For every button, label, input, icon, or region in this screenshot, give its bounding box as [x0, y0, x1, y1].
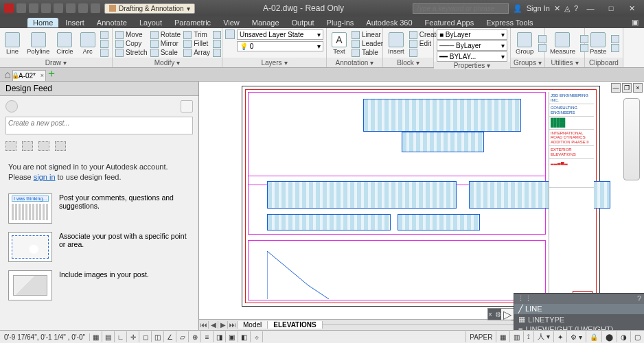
- cmdbar-close-icon[interactable]: ×: [488, 311, 492, 318]
- cmd-item-selected[interactable]: ╱ LINE: [514, 304, 644, 314]
- signin-icon[interactable]: 👤: [513, 4, 522, 13]
- tab-home-icon[interactable]: ⌂: [3, 69, 12, 81]
- maximize-button[interactable]: □: [603, 4, 619, 12]
- close-button[interactable]: ✕: [623, 4, 640, 13]
- text-button[interactable]: AText: [330, 32, 349, 55]
- trim-button[interactable]: Trim: [183, 31, 210, 39]
- drawing-viewport[interactable]: — ❐ × JSD ENGINEERING INC. CONSULTING EN…: [199, 82, 644, 330]
- lineweight-dropdown[interactable]: ━━ BYLAY...▾: [437, 51, 507, 62]
- workspace-dropdown[interactable]: Drafting & Annotation ▾: [104, 3, 195, 14]
- layer-current-dropdown[interactable]: 💡 0▾: [237, 41, 323, 51]
- tab-manage[interactable]: Manage: [246, 18, 285, 27]
- tab-featured[interactable]: Featured Apps: [419, 18, 480, 27]
- ribbon-toggle-icon[interactable]: ▣: [626, 17, 644, 27]
- paste-button[interactable]: Paste: [588, 32, 608, 55]
- refresh-icon[interactable]: [181, 100, 193, 113]
- linear-dim-button[interactable]: Linear: [352, 31, 383, 39]
- quickview-layouts-icon[interactable]: ▦: [496, 331, 509, 342]
- layout-tab-model[interactable]: Model: [238, 321, 268, 329]
- help-icon[interactable]: ?: [574, 4, 578, 12]
- a360-icon[interactable]: ◬: [564, 4, 570, 13]
- vp-restore-icon[interactable]: ❐: [622, 83, 632, 93]
- minimize-button[interactable]: —: [582, 4, 599, 12]
- cmdbar-config-icon[interactable]: ⚙: [495, 311, 501, 318]
- leader-button[interactable]: Leader: [352, 40, 383, 48]
- tab-plugins[interactable]: Plug-ins: [321, 18, 360, 27]
- line-button[interactable]: Line: [3, 32, 22, 55]
- qp-toggle[interactable]: ▣: [226, 331, 238, 342]
- rotate-button[interactable]: Rotate: [150, 31, 181, 39]
- tab-layout[interactable]: Layout: [134, 18, 168, 27]
- color-dropdown[interactable]: ■ ByLayer▾: [437, 29, 507, 40]
- lwt-toggle[interactable]: ≡: [201, 331, 214, 342]
- ducs-toggle[interactable]: ▱: [176, 331, 189, 342]
- layout-prev-icon[interactable]: ◀: [209, 321, 218, 329]
- popup-grip-icon[interactable]: ⋮⋮: [517, 294, 532, 303]
- toolbar-lock-icon[interactable]: 🔒: [586, 331, 601, 342]
- signin-label[interactable]: Sign In: [527, 4, 550, 12]
- layout-first-icon[interactable]: ⏮: [199, 321, 209, 329]
- model-paper-toggle[interactable]: PAPER: [465, 331, 496, 342]
- stretch-button[interactable]: Stretch: [115, 49, 148, 57]
- tab-annotate[interactable]: Annotate: [91, 18, 133, 27]
- filter-icon[interactable]: [5, 100, 18, 113]
- save-icon[interactable]: [41, 3, 51, 13]
- arc-button[interactable]: Arc: [78, 32, 97, 55]
- cmd-item[interactable]: ≡ LINEWEIGHT (LWEIGHT): [514, 324, 644, 330]
- group-button[interactable]: Group: [514, 32, 536, 55]
- tab-output[interactable]: Output: [286, 18, 320, 27]
- copy-button[interactable]: Copy: [115, 40, 148, 48]
- cmd-item[interactable]: ▦ LINETYPE: [514, 314, 644, 324]
- grid-toggle[interactable]: ▤: [102, 331, 115, 342]
- am-toggle[interactable]: ⟐: [251, 331, 263, 342]
- tag-user-icon[interactable]: [38, 141, 49, 151]
- polar-toggle[interactable]: ✛: [127, 331, 139, 342]
- new-post-input[interactable]: [5, 117, 193, 134]
- popup-help-icon[interactable]: ?: [637, 294, 641, 303]
- otrack-toggle[interactable]: ∠: [164, 331, 176, 342]
- annovis-toggle[interactable]: ✦: [553, 331, 566, 342]
- isolate-icon[interactable]: ◑: [617, 331, 630, 342]
- circle-button[interactable]: Circle: [54, 32, 75, 55]
- move-button[interactable]: Move: [115, 31, 148, 39]
- tab-view[interactable]: View: [218, 18, 245, 27]
- polyline-button[interactable]: Polyline: [25, 32, 51, 55]
- tpy-toggle[interactable]: ◨: [214, 331, 226, 342]
- layer-state-dropdown[interactable]: Unsaved Layer State▾: [237, 29, 323, 40]
- scale-button[interactable]: Scale: [150, 49, 181, 57]
- close-tab-icon[interactable]: ×: [41, 72, 44, 79]
- measure-button[interactable]: Measure: [548, 32, 577, 55]
- app-menu-icon[interactable]: [4, 3, 14, 13]
- layout-next-icon[interactable]: ▶: [218, 321, 228, 329]
- layout-tab-elevations[interactable]: ELEVATIONS: [268, 321, 322, 329]
- new-tab-icon[interactable]: ＋: [46, 67, 56, 81]
- annoscale-dropdown[interactable]: 人 ▾: [533, 331, 553, 342]
- vp-close-icon[interactable]: ×: [633, 83, 643, 93]
- tab-express[interactable]: Express Tools: [481, 18, 538, 27]
- quick-access-toolbar[interactable]: [0, 3, 104, 13]
- dyn-toggle[interactable]: ⊕: [189, 331, 201, 342]
- open-icon[interactable]: [29, 3, 38, 13]
- table-button[interactable]: Table: [352, 49, 383, 57]
- tab-a360[interactable]: Autodesk 360: [360, 18, 417, 27]
- new-icon[interactable]: [16, 3, 26, 13]
- tab-parametric[interactable]: Parametric: [169, 18, 216, 27]
- plot-icon[interactable]: [66, 3, 76, 13]
- cleanscreen-icon[interactable]: ▢: [630, 331, 644, 342]
- ws-switch-icon[interactable]: ⚙ ▾: [566, 331, 586, 342]
- pin-icon[interactable]: [22, 141, 33, 151]
- saveas-icon[interactable]: [54, 3, 63, 13]
- tab-insert[interactable]: Insert: [60, 18, 90, 27]
- ortho-toggle[interactable]: ∟: [115, 331, 127, 342]
- select-area-icon[interactable]: [5, 141, 16, 151]
- document-tab[interactable]: 🔒 A-02* ×: [12, 70, 46, 81]
- 3dosnap-toggle[interactable]: ◫: [152, 331, 164, 342]
- nav-bar[interactable]: [623, 98, 640, 180]
- fillet-button[interactable]: Fillet: [183, 40, 210, 48]
- redo-icon[interactable]: [91, 3, 100, 13]
- mirror-button[interactable]: Mirror: [150, 40, 181, 48]
- layout-last-icon[interactable]: ⏭: [228, 321, 238, 329]
- quickview-drawings-icon[interactable]: ▥: [509, 331, 523, 342]
- signin-link[interactable]: sign in: [34, 173, 56, 181]
- undo-icon[interactable]: [78, 3, 88, 13]
